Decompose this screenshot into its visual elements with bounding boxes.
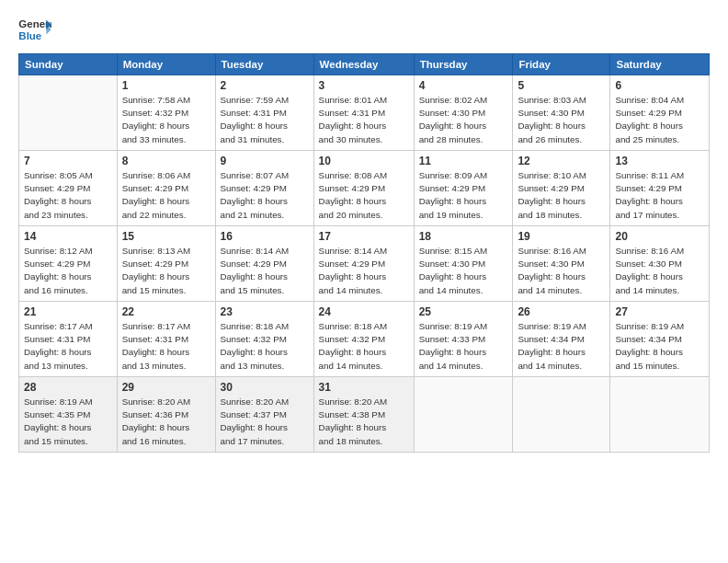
week-row-5: 28Sunrise: 8:19 AM Sunset: 4:35 PM Dayli… (19, 377, 710, 453)
logo-icon: General Blue (18, 17, 51, 44)
day-number: 19 (518, 230, 605, 243)
day-info: Sunrise: 8:01 AM Sunset: 4:31 PM Dayligh… (319, 94, 409, 146)
calendar-cell: 22Sunrise: 8:17 AM Sunset: 4:31 PM Dayli… (117, 302, 215, 377)
week-row-3: 14Sunrise: 8:12 AM Sunset: 4:29 PM Dayli… (19, 226, 710, 302)
day-info: Sunrise: 8:19 AM Sunset: 4:34 PM Dayligh… (615, 320, 704, 373)
header-saturday: Saturday (610, 54, 710, 75)
day-number: 15 (122, 230, 210, 243)
calendar-cell: 13Sunrise: 8:11 AM Sunset: 4:29 PM Dayli… (610, 151, 710, 226)
day-number: 11 (419, 155, 508, 167)
header-wednesday: Wednesday (313, 54, 414, 75)
day-number: 25 (419, 305, 508, 318)
calendar-cell: 16Sunrise: 8:14 AM Sunset: 4:29 PM Dayli… (215, 226, 313, 302)
calendar-cell: 5Sunrise: 8:03 AM Sunset: 4:30 PM Daylig… (513, 75, 610, 151)
calendar-cell: 8Sunrise: 8:06 AM Sunset: 4:29 PM Daylig… (117, 151, 215, 226)
day-info: Sunrise: 8:20 AM Sunset: 4:37 PM Dayligh… (221, 396, 309, 448)
day-number: 30 (221, 381, 309, 394)
day-info: Sunrise: 7:58 AM Sunset: 4:32 PM Dayligh… (122, 94, 210, 146)
header-friday: Friday (513, 54, 610, 75)
day-number: 24 (319, 305, 409, 318)
calendar-cell: 9Sunrise: 8:07 AM Sunset: 4:29 PM Daylig… (215, 151, 313, 226)
svg-text:Blue: Blue (18, 30, 41, 41)
header-tuesday: Tuesday (215, 54, 313, 75)
day-number: 4 (419, 79, 508, 92)
day-number: 18 (419, 230, 508, 243)
day-info: Sunrise: 8:02 AM Sunset: 4:30 PM Dayligh… (419, 94, 508, 146)
day-number: 1 (122, 79, 210, 92)
day-info: Sunrise: 8:14 AM Sunset: 4:29 PM Dayligh… (221, 245, 309, 297)
calendar-cell: 31Sunrise: 8:20 AM Sunset: 4:38 PM Dayli… (313, 377, 414, 453)
day-info: Sunrise: 8:20 AM Sunset: 4:38 PM Dayligh… (319, 396, 409, 448)
calendar-cell: 25Sunrise: 8:19 AM Sunset: 4:33 PM Dayli… (414, 302, 513, 377)
day-number: 29 (122, 381, 210, 394)
calendar-cell: 3Sunrise: 8:01 AM Sunset: 4:31 PM Daylig… (313, 75, 414, 151)
day-number: 2 (221, 79, 309, 92)
calendar-cell: 30Sunrise: 8:20 AM Sunset: 4:37 PM Dayli… (215, 377, 313, 453)
calendar-cell: 18Sunrise: 8:15 AM Sunset: 4:30 PM Dayli… (414, 226, 513, 302)
calendar-cell: 11Sunrise: 8:09 AM Sunset: 4:29 PM Dayli… (414, 151, 513, 226)
day-info: Sunrise: 8:19 AM Sunset: 4:35 PM Dayligh… (24, 396, 112, 448)
calendar-cell: 21Sunrise: 8:17 AM Sunset: 4:31 PM Dayli… (19, 302, 118, 377)
day-info: Sunrise: 8:17 AM Sunset: 4:31 PM Dayligh… (24, 320, 112, 373)
calendar-cell: 10Sunrise: 8:08 AM Sunset: 4:29 PM Dayli… (313, 151, 414, 226)
calendar-cell: 1Sunrise: 7:58 AM Sunset: 4:32 PM Daylig… (117, 75, 215, 151)
calendar-cell: 15Sunrise: 8:13 AM Sunset: 4:29 PM Dayli… (117, 226, 215, 302)
day-info: Sunrise: 8:13 AM Sunset: 4:29 PM Dayligh… (122, 245, 210, 297)
day-info: Sunrise: 8:19 AM Sunset: 4:34 PM Dayligh… (518, 320, 605, 373)
calendar-cell: 6Sunrise: 8:04 AM Sunset: 4:29 PM Daylig… (610, 75, 710, 151)
calendar-cell: 12Sunrise: 8:10 AM Sunset: 4:29 PM Dayli… (513, 151, 610, 226)
day-number: 22 (122, 305, 210, 318)
day-info: Sunrise: 8:12 AM Sunset: 4:29 PM Dayligh… (24, 245, 112, 297)
day-info: Sunrise: 8:09 AM Sunset: 4:29 PM Dayligh… (419, 169, 508, 222)
header-thursday: Thursday (414, 54, 513, 75)
calendar-cell: 26Sunrise: 8:19 AM Sunset: 4:34 PM Dayli… (513, 302, 610, 377)
calendar-cell: 14Sunrise: 8:12 AM Sunset: 4:29 PM Dayli… (19, 226, 118, 302)
calendar-cell (513, 377, 610, 453)
day-number: 9 (221, 155, 309, 167)
day-number: 28 (24, 381, 112, 394)
week-row-2: 7Sunrise: 8:05 AM Sunset: 4:29 PM Daylig… (19, 151, 710, 226)
day-info: Sunrise: 8:10 AM Sunset: 4:29 PM Dayligh… (518, 169, 605, 222)
day-number: 17 (319, 230, 409, 243)
day-number: 10 (319, 155, 409, 167)
calendar-cell (414, 377, 513, 453)
day-info: Sunrise: 8:17 AM Sunset: 4:31 PM Dayligh… (122, 320, 210, 373)
calendar-cell: 2Sunrise: 7:59 AM Sunset: 4:31 PM Daylig… (215, 75, 313, 151)
page-container: General Blue SundayMondayTuesdayWednesda… (0, 0, 728, 462)
day-info: Sunrise: 8:18 AM Sunset: 4:32 PM Dayligh… (319, 320, 409, 373)
calendar-cell: 23Sunrise: 8:18 AM Sunset: 4:32 PM Dayli… (215, 302, 313, 377)
day-number: 7 (24, 155, 112, 167)
day-info: Sunrise: 8:16 AM Sunset: 4:30 PM Dayligh… (615, 245, 704, 297)
day-number: 6 (615, 79, 704, 92)
calendar-cell: 28Sunrise: 8:19 AM Sunset: 4:35 PM Dayli… (19, 377, 118, 453)
day-info: Sunrise: 8:08 AM Sunset: 4:29 PM Dayligh… (319, 169, 409, 222)
day-number: 5 (518, 79, 605, 92)
day-number: 20 (615, 230, 704, 243)
day-number: 12 (518, 155, 605, 167)
calendar-cell (19, 75, 118, 151)
day-info: Sunrise: 8:11 AM Sunset: 4:29 PM Dayligh… (615, 169, 704, 222)
calendar-cell: 17Sunrise: 8:14 AM Sunset: 4:29 PM Dayli… (313, 226, 414, 302)
day-info: Sunrise: 8:14 AM Sunset: 4:29 PM Dayligh… (319, 245, 409, 297)
calendar-cell: 4Sunrise: 8:02 AM Sunset: 4:30 PM Daylig… (414, 75, 513, 151)
calendar-cell: 24Sunrise: 8:18 AM Sunset: 4:32 PM Dayli… (313, 302, 414, 377)
day-info: Sunrise: 8:05 AM Sunset: 4:29 PM Dayligh… (24, 169, 112, 222)
calendar-cell: 7Sunrise: 8:05 AM Sunset: 4:29 PM Daylig… (19, 151, 118, 226)
header-monday: Monday (117, 54, 215, 75)
calendar-cell: 29Sunrise: 8:20 AM Sunset: 4:36 PM Dayli… (117, 377, 215, 453)
day-info: Sunrise: 8:20 AM Sunset: 4:36 PM Dayligh… (122, 396, 210, 448)
day-number: 26 (518, 305, 605, 318)
calendar-header-row: SundayMondayTuesdayWednesdayThursdayFrid… (19, 54, 710, 75)
day-info: Sunrise: 8:16 AM Sunset: 4:30 PM Dayligh… (518, 245, 605, 297)
day-number: 13 (615, 155, 704, 167)
day-info: Sunrise: 7:59 AM Sunset: 4:31 PM Dayligh… (221, 94, 309, 146)
day-info: Sunrise: 8:18 AM Sunset: 4:32 PM Dayligh… (221, 320, 309, 373)
day-number: 8 (122, 155, 210, 167)
day-info: Sunrise: 8:19 AM Sunset: 4:33 PM Dayligh… (419, 320, 508, 373)
day-number: 21 (24, 305, 112, 318)
day-info: Sunrise: 8:06 AM Sunset: 4:29 PM Dayligh… (122, 169, 210, 222)
calendar-cell: 19Sunrise: 8:16 AM Sunset: 4:30 PM Dayli… (513, 226, 610, 302)
header: General Blue (18, 17, 710, 44)
calendar-cell: 20Sunrise: 8:16 AM Sunset: 4:30 PM Dayli… (610, 226, 710, 302)
day-number: 27 (615, 305, 704, 318)
